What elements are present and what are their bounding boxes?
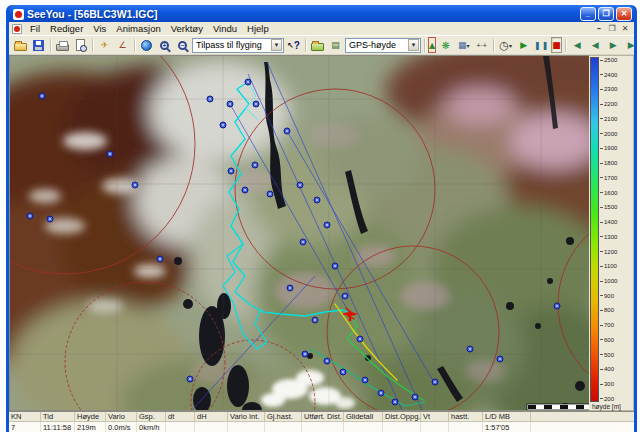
column-header[interactable]: Tid: [41, 412, 75, 421]
column-header[interactable]: Dist.Oppg...: [383, 412, 421, 421]
column-header[interactable]: Glidetall: [344, 412, 383, 421]
zoom-in-button[interactable]: +: [156, 37, 173, 53]
waypoint-marker[interactable]: [227, 101, 233, 107]
waypoint-marker[interactable]: [392, 399, 398, 405]
color-scheme-dropdown[interactable]: GPS-høyde ▼: [345, 38, 421, 53]
waypoint-marker[interactable]: [132, 182, 138, 188]
column-header[interactable]: KN: [9, 412, 41, 421]
animation-clock-button[interactable]: ◷▾: [497, 37, 514, 53]
waypoint-marker[interactable]: [497, 356, 503, 362]
waypoint-marker[interactable]: [362, 377, 368, 383]
first-frame-button[interactable]: ◀: [569, 37, 586, 53]
menu-item-vis[interactable]: Vis: [88, 23, 111, 34]
statistics-button[interactable]: ▦▾: [455, 37, 472, 53]
waypoint-marker[interactable]: [324, 358, 330, 364]
context-help-button[interactable]: ↖?: [285, 37, 302, 53]
waypoint-marker[interactable]: [242, 187, 248, 193]
waypoint-marker[interactable]: [47, 216, 53, 222]
waypoint-marker[interactable]: [554, 303, 560, 309]
last-frame-button[interactable]: ▶: [623, 37, 640, 53]
menu-item-verktøy[interactable]: Verktøy: [166, 23, 208, 34]
waypoint-marker[interactable]: [467, 346, 473, 352]
print-preview-button[interactable]: [72, 37, 89, 53]
waypoint-marker[interactable]: [245, 79, 251, 85]
title-bar[interactable]: SeeYou - [56BLC3W1.IGC] _ ❐ ✕: [9, 5, 634, 22]
waypoint-marker[interactable]: [300, 239, 306, 245]
column-header[interactable]: Utført. Dist.: [302, 412, 344, 421]
restore-button[interactable]: ❐: [598, 7, 614, 21]
waypoint-marker[interactable]: [342, 293, 348, 299]
flight-properties-button[interactable]: ✈: [96, 37, 113, 53]
column-header[interactable]: Gsp.: [137, 412, 166, 421]
column-header[interactable]: Vt: [421, 412, 449, 421]
waypoint-marker[interactable]: [252, 162, 258, 168]
map-view[interactable]: [9, 55, 589, 411]
toolbar: ✈ ∠ + − Tilpass til flyging ▼ ↖? ▤ GPS-h…: [9, 35, 634, 55]
chevron-down-icon[interactable]: ▼: [271, 39, 282, 51]
mdi-document-icon[interactable]: [12, 24, 22, 34]
menu-item-animasjon[interactable]: Animasjon: [111, 23, 165, 34]
mdi-close-button[interactable]: ✕: [619, 25, 631, 33]
waypoint-marker[interactable]: [302, 351, 308, 357]
column-header[interactable]: Gj.hast.: [265, 412, 302, 421]
waypoint-marker[interactable]: [432, 379, 438, 385]
column-header[interactable]: Vario: [106, 412, 137, 421]
column-header[interactable]: hastt.: [449, 412, 483, 421]
flight-list-button[interactable]: ▤: [327, 37, 344, 53]
close-button[interactable]: ✕: [616, 7, 632, 21]
column-header[interactable]: Høyde: [75, 412, 106, 421]
waypoint-marker[interactable]: [107, 151, 113, 157]
menu-item-fil[interactable]: Fil: [25, 23, 45, 34]
waypoint-marker[interactable]: [27, 213, 33, 219]
altitude-tick: 2200: [600, 101, 633, 107]
column-header[interactable]: L/D MB: [483, 412, 531, 421]
waypoint-marker[interactable]: [253, 101, 259, 107]
waypoint-marker[interactable]: [412, 394, 418, 400]
waypoint-marker[interactable]: [220, 122, 226, 128]
column-header[interactable]: Vario Int.: [228, 412, 265, 421]
mdi-minimize-button[interactable]: –: [593, 25, 605, 33]
waypoint-marker[interactable]: [187, 376, 193, 382]
waypoint-marker[interactable]: [357, 336, 363, 342]
minimize-button[interactable]: _: [580, 7, 596, 21]
table-data-row[interactable]: 711:11:58219m0.0m/s0km/h1:57'05: [9, 422, 634, 432]
waypoint-marker[interactable]: [297, 182, 303, 188]
waypoint-marker[interactable]: [314, 197, 320, 203]
open-flight-button[interactable]: [309, 37, 326, 53]
menu-item-rediger[interactable]: Rediger: [45, 23, 88, 34]
flight-graph-toggle[interactable]: ▲: [428, 37, 436, 53]
zoom-out-button[interactable]: −: [174, 37, 191, 53]
open-button[interactable]: [12, 37, 29, 53]
waypoint-marker[interactable]: [284, 128, 290, 134]
pause-button[interactable]: ❚❚: [533, 37, 550, 53]
optimize-button[interactable]: ❋: [437, 37, 454, 53]
prev-frame-button[interactable]: ◀: [587, 37, 604, 53]
map-settings-button[interactable]: [138, 37, 155, 53]
route-tool-button[interactable]: +·+: [473, 37, 490, 53]
waypoint-marker[interactable]: [157, 256, 163, 262]
waypoint-marker[interactable]: [207, 96, 213, 102]
waypoint-marker[interactable]: [39, 93, 45, 99]
chevron-down-icon[interactable]: ▼: [408, 39, 419, 51]
print-button[interactable]: [54, 37, 71, 53]
waypoint-marker[interactable]: [332, 263, 338, 269]
waypoint-marker[interactable]: [228, 168, 234, 174]
column-header[interactable]: dH: [195, 412, 228, 421]
stop-button[interactable]: ■: [551, 37, 562, 53]
zoom-fit-dropdown[interactable]: Tilpass til flyging ▼: [192, 38, 284, 53]
waypoint-marker[interactable]: [267, 191, 273, 197]
mdi-restore-button[interactable]: ❐: [606, 25, 618, 33]
waypoint-marker[interactable]: [340, 369, 346, 375]
waypoint-marker[interactable]: [324, 222, 330, 228]
waypoint-marker[interactable]: [378, 390, 384, 396]
menu-item-vindu[interactable]: Vindu: [208, 23, 242, 34]
measure-tool-button[interactable]: ∠: [114, 37, 131, 53]
table-cell: 219m: [75, 422, 106, 432]
menu-item-hjelp[interactable]: Hjelp: [242, 23, 274, 34]
next-frame-button[interactable]: ▶: [605, 37, 622, 53]
save-button[interactable]: [30, 37, 47, 53]
waypoint-marker[interactable]: [287, 285, 293, 291]
play-button[interactable]: ▶: [515, 37, 532, 53]
waypoint-marker[interactable]: [312, 317, 318, 323]
column-header[interactable]: dt: [166, 412, 195, 421]
